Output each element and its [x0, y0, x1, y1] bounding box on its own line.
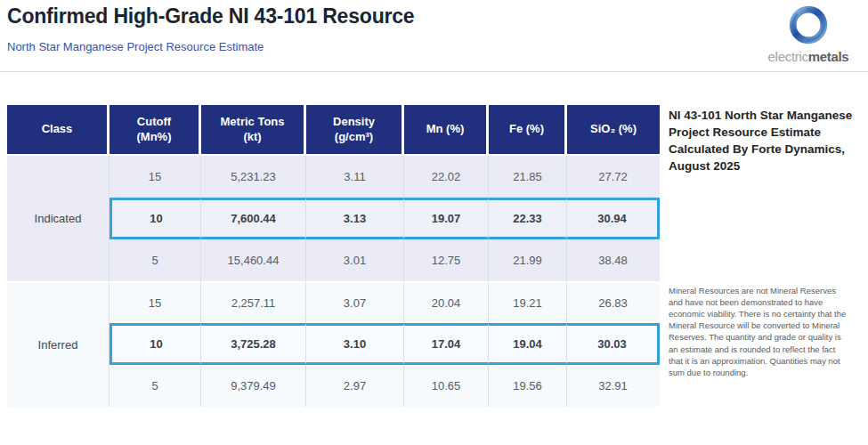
- table-cell: 32.91: [567, 365, 660, 407]
- header-line1: Mn (%): [426, 122, 465, 136]
- table-cell: 38.48: [567, 239, 660, 281]
- table-cell: 19.21: [489, 281, 567, 323]
- table-caption: NI 43-101 North Star Manganese Project R…: [669, 107, 854, 175]
- table-cell: 10.65: [404, 365, 489, 407]
- table-cell: 3.01: [306, 239, 404, 281]
- table-cell: 19.56: [489, 365, 567, 407]
- table-cell: 3.07: [306, 281, 404, 323]
- header-line1: Fe (%): [509, 122, 544, 136]
- header-line2: (kt): [243, 130, 261, 144]
- table-cell-highlighted: 19.07: [404, 198, 489, 239]
- header-line1: Density: [333, 115, 375, 129]
- resource-table: Class Cutoff(Mn%) Metric Tons(kt) Densit…: [7, 105, 660, 407]
- table-cell-highlighted: 3.13: [306, 198, 404, 239]
- table-cell: 15,460.44: [201, 239, 306, 281]
- column-header-mn: Mn (%): [404, 105, 489, 156]
- table-cell: 21.99: [489, 239, 567, 281]
- table-cell: 5,231.23: [201, 156, 306, 198]
- table-cell: 20.04: [404, 281, 489, 323]
- table-cell-highlighted: 30.94: [567, 198, 660, 239]
- table-cell: 22.02: [404, 156, 489, 198]
- table-cell-highlighted: 3.10: [306, 323, 404, 365]
- header-line2: (g/cm³): [335, 130, 373, 144]
- table-cell-highlighted: 10: [110, 323, 201, 365]
- header-line1: Class: [42, 122, 73, 136]
- table-cell: 5: [110, 239, 201, 281]
- column-header-density: Density(g/cm³): [306, 105, 404, 156]
- header-line1: Cutoff: [137, 115, 171, 129]
- column-header-cutoff: Cutoff(Mn%): [110, 105, 201, 156]
- table-cell-highlighted: 10: [110, 198, 201, 239]
- divider: [0, 71, 868, 72]
- class-label-indicated: Indicated: [7, 156, 110, 281]
- page-title: Confirmed High-Grade NI 43-101 Resource: [7, 4, 414, 28]
- header-line1: Metric Tons: [221, 115, 285, 129]
- table-cell: 12.75: [404, 239, 489, 281]
- table-cell-highlighted: 7,600.44: [201, 198, 306, 239]
- logo-word-bold: metals: [808, 49, 849, 64]
- table-cell-highlighted: 19.04: [489, 323, 567, 365]
- disclaimer-text: Mineral Resources are not Mineral Reserv…: [669, 285, 847, 378]
- header-line1: SiO₂ (%): [590, 122, 637, 136]
- table-cell: 27.72: [567, 156, 660, 198]
- table-cell: 2.97: [306, 365, 404, 407]
- table-cell: 9,379.49: [201, 365, 306, 407]
- table-cell: 2,257.11: [201, 281, 306, 323]
- table-cell: 15: [110, 281, 201, 323]
- logo-word-light: electric: [768, 49, 808, 64]
- table-cell: 3.11: [306, 156, 404, 198]
- column-header-fe: Fe (%): [489, 105, 567, 156]
- table-cell-highlighted: 17.04: [404, 323, 489, 365]
- table-cell: 21.85: [489, 156, 567, 198]
- column-header-sio2: SiO₂ (%): [567, 105, 660, 156]
- table-cell-highlighted: 30.03: [567, 323, 660, 365]
- table-cell-highlighted: 3,725.28: [201, 323, 306, 365]
- page-subtitle: North Star Manganese Project Resource Es…: [7, 40, 264, 53]
- class-label-inferred: Inferred: [7, 281, 110, 407]
- table-cell: 5: [110, 365, 201, 407]
- logo-wordmark: electricmetals: [768, 49, 849, 64]
- header-line2: (Mn%): [137, 130, 172, 144]
- table-cell: 26.83: [567, 281, 660, 323]
- table-cell: 15: [110, 156, 201, 198]
- table-cell-highlighted: 22.33: [489, 198, 567, 239]
- company-logo: electricmetals: [754, 2, 863, 64]
- column-header-metric-tons: Metric Tons(kt): [201, 105, 306, 156]
- column-header-class: Class: [7, 105, 110, 156]
- ring-icon: [784, 2, 832, 52]
